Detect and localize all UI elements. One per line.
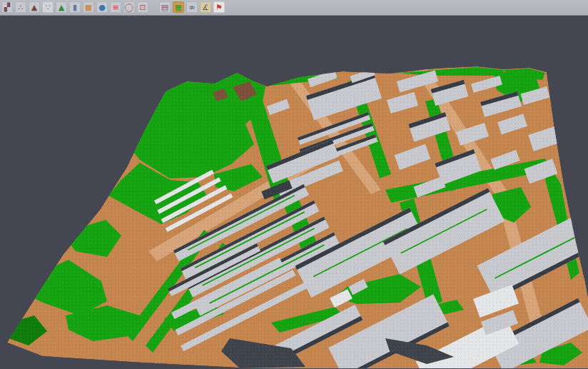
terrain-mound-icon[interactable]: ▲ (29, 1, 40, 13)
ring-icon[interactable]: ◯ (123, 1, 135, 13)
vegetation-hill-icon[interactable]: ▲ (56, 1, 67, 13)
column-icon[interactable]: ▮ (69, 1, 81, 13)
speckle-overlay (7, 66, 588, 368)
page-marked-icon[interactable]: ▤ (159, 1, 171, 13)
extent-icon[interactable]: ⊡ (137, 1, 148, 13)
flag-icon[interactable]: ⚑ (213, 1, 225, 13)
scene-svg (0, 16, 588, 368)
binoculars-icon[interactable]: ∞ (186, 1, 198, 13)
box-icon[interactable]: ■ (83, 1, 94, 13)
scatter-points-icon[interactable]: ∴ (15, 1, 26, 13)
globe-icon[interactable]: ● (96, 1, 108, 13)
measure-icon[interactable]: ∡ (200, 1, 211, 13)
application-window: ▞∴▲∵▲▮■●≡◯⊡▤▦∞∡⚑ (0, 0, 588, 369)
classified-cloud-icon[interactable]: ▦ (173, 1, 184, 13)
3d-viewport[interactable] (0, 16, 588, 369)
list-icon[interactable]: ≡ (110, 1, 121, 13)
cloud-pair-icon[interactable]: ▞ (1, 1, 13, 13)
point-cloud-terrain (7, 66, 588, 368)
main-toolbar: ▞∴▲∵▲▮■●≡◯⊡▤▦∞∡⚑ (0, 0, 588, 16)
sparse-points-icon[interactable]: ∵ (42, 1, 54, 13)
